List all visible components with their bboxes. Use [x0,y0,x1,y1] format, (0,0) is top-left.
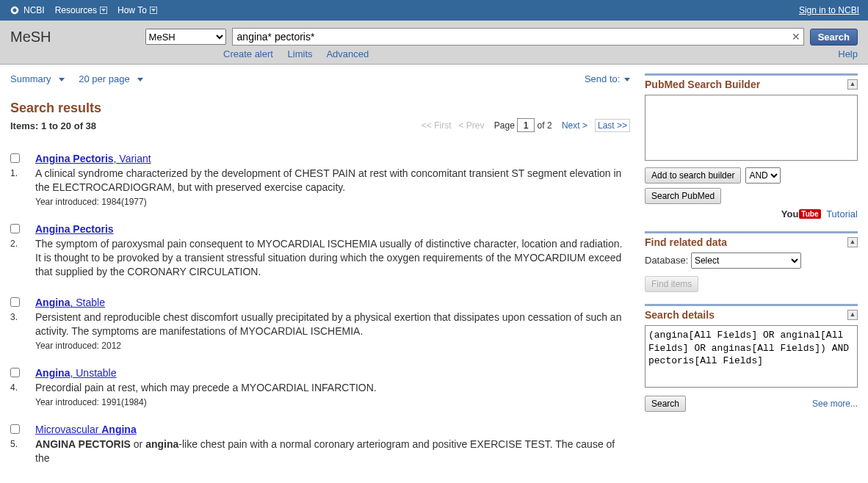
database-select[interactable]: MeSH [145,29,226,45]
limits-link[interactable]: Limits [288,48,313,59]
result-number: 5. [10,439,21,449]
result-checkbox[interactable] [10,297,20,307]
related-db-select[interactable]: Select [691,253,801,269]
result-checkbox[interactable] [10,153,20,163]
search-button[interactable]: Search [810,29,858,46]
search-input[interactable] [233,29,789,44]
collapse-icon[interactable]: ▲ [847,237,858,247]
details-search-button[interactable]: Search [645,396,686,412]
searchbar: MeSH MeSH ✕ Search Create alert Limits A… [0,21,868,65]
result-year: Year introduced: 1991(1984) [35,397,630,407]
tutorial-link[interactable]: Tutorial [826,208,858,219]
ncbi-logo[interactable]: NCBI [9,4,45,16]
panel-search-builder: PubMed Search Builder ▲ Add to search bu… [645,73,858,219]
result-title-link[interactable]: Angina, Unstable [35,367,117,379]
result-item: 5.Microvascular AnginaANGINA PECTORIS or… [10,424,630,468]
pager-prev: < Prev [459,120,485,131]
result-year: Year introduced: 2012 [35,341,630,351]
pager-next[interactable]: Next > [562,120,587,131]
resources-menu[interactable]: Resources [55,5,107,15]
result-description: Precordial pain at rest, which may prece… [35,381,630,395]
result-description: A clinical syndrome characterized by the… [35,167,630,195]
ncbi-icon [9,4,21,16]
page-label: Page [494,120,515,131]
results-heading: Search results [10,101,630,116]
clear-icon[interactable]: ✕ [789,31,803,43]
help-link[interactable]: Help [838,48,858,59]
result-item: 2.Angina PectorisThe symptom of paroxysm… [10,223,630,281]
see-more-link[interactable]: See more... [812,399,858,409]
chevron-down-icon [150,7,157,14]
perpage-dropdown[interactable]: 20 per page [79,73,148,84]
sendto-dropdown[interactable]: Send to: [585,73,630,84]
result-number: 4. [10,382,21,393]
collapse-icon[interactable]: ▲ [847,310,858,320]
result-number: 2. [10,239,21,249]
result-checkbox[interactable] [10,224,20,233]
result-year: Year introduced: 1984(1977) [35,197,630,207]
chevron-down-icon [624,78,630,81]
result-item: 1.Angina Pectoris, VariantA clinical syn… [10,153,630,207]
search-box: ✕ [232,28,804,46]
result-checkbox[interactable] [10,424,20,434]
search-pubmed-button[interactable]: Search PubMed [645,188,721,204]
brand-title: MeSH [10,29,51,46]
results-list: 1.Angina Pectoris, VariantA clinical syn… [10,153,630,468]
page-input[interactable] [517,118,535,132]
find-items-button[interactable]: Find items [645,276,698,292]
search-details-textarea[interactable]: (angina[All Fields] OR anginal[All Field… [645,325,858,388]
signin-link[interactable]: Sign in to NCBI [799,5,859,15]
chevron-down-icon [137,78,143,81]
panel-related-data: Find related data ▲ Database: Select Fin… [645,231,858,292]
result-title-link[interactable]: Angina Pectoris [35,223,114,235]
result-item: 3.Angina, StablePersistent and reproduci… [10,297,630,351]
result-checkbox[interactable] [10,368,20,377]
chevron-down-icon [100,7,107,14]
advanced-link[interactable]: Advanced [326,48,369,59]
pager-first: << First [422,120,452,131]
result-description: Persistent and reproducible chest discom… [35,310,630,338]
result-number: 1. [10,168,21,178]
result-title-link[interactable]: Microvascular Angina [35,424,137,435]
operator-select[interactable]: AND [745,167,781,184]
result-description: ANGINA PECTORIS or angina-like chest pai… [35,437,630,465]
pager-last[interactable]: Last >> [595,119,630,132]
create-alert-link[interactable]: Create alert [223,48,273,59]
result-title-link[interactable]: Angina, Stable [35,297,105,308]
database-label: Database: [645,255,688,266]
result-number: 3. [10,312,21,322]
pager: << First < Prev Page of 2 Next > Last >> [10,118,630,132]
add-to-builder-button[interactable]: Add to search builder [645,167,741,184]
panel-search-details: Search details ▲ (angina[All Fields] OR … [645,304,858,412]
page-of: of 2 [538,120,552,131]
result-description: The symptom of paroxysmal pain consequen… [35,237,630,279]
chevron-down-icon [59,78,65,81]
panel-title: PubMed Search Builder [645,79,760,90]
summary-dropdown[interactable]: Summary [10,73,70,84]
howto-menu[interactable]: How To [117,5,157,15]
collapse-icon[interactable]: ▲ [847,79,858,90]
youtube-icon: YouTube [781,208,821,219]
topbar: NCBI Resources How To Sign in to NCBI [0,0,868,21]
panel-title: Search details [645,309,715,321]
result-title-link[interactable]: Angina Pectoris, Variant [35,153,151,164]
results-toolbar: Summary 20 per page Send to: [10,73,630,84]
builder-textarea[interactable] [645,95,858,161]
panel-title: Find related data [645,236,727,248]
result-item: 4.Angina, UnstablePrecordial pain at res… [10,367,630,407]
